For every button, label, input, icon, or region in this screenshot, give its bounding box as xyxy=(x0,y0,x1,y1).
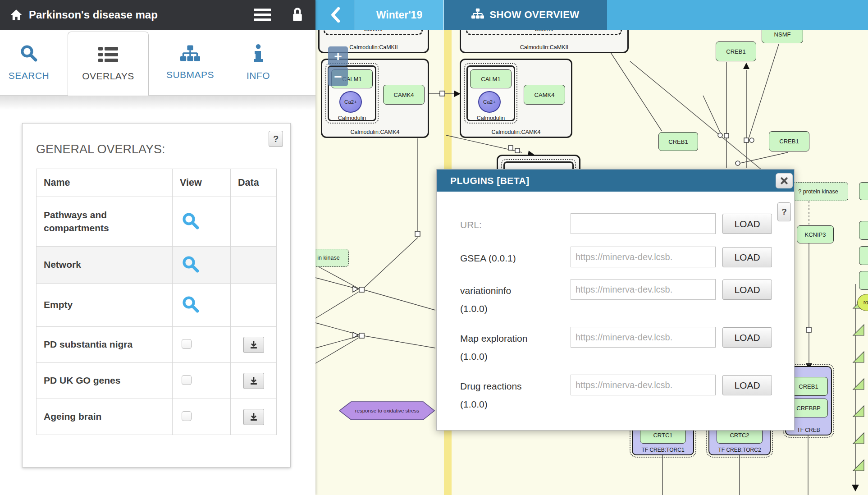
map-node-species[interactable] xyxy=(859,271,868,290)
column-header-name: Name xyxy=(37,169,173,197)
overlay-name: Network xyxy=(37,247,173,284)
back-button[interactable] xyxy=(315,0,355,30)
map-node-label: Calmodulin:CaMKII xyxy=(461,44,627,50)
column-header-data: Data xyxy=(231,169,277,197)
plugin-label: Map exploration(1.0.0) xyxy=(460,330,527,366)
map-node-creb1[interactable]: CREB1 xyxy=(789,377,828,396)
map-node-label: Calmodulin xyxy=(326,115,378,121)
map-node-ca2-[interactable]: Ca2+ xyxy=(478,91,501,113)
sidebar-tabs: SEARCHOVERLAYSSUBMAPSINFO xyxy=(0,30,315,96)
plugins-dialog-header[interactable]: PLUGINS [BETA] xyxy=(437,170,794,192)
tab-info[interactable]: INFO xyxy=(229,30,288,96)
list-icon xyxy=(98,46,118,64)
map-node-camk4[interactable]: CAMK4 xyxy=(383,85,425,105)
plugin-row: Map exploration(1.0.0)LOAD xyxy=(437,327,794,348)
plugin-url-input[interactable] xyxy=(571,247,716,267)
map-node-creb1[interactable]: CREB1 xyxy=(658,132,698,151)
sitemap-icon xyxy=(471,8,484,22)
application-window: Calmodulin:CaMKIICaMKIICalmodulin:CaMKII… xyxy=(0,0,868,495)
map-node-creb1[interactable]: CREB1 xyxy=(716,41,756,61)
overlay-name: PD UK GO genes xyxy=(37,363,173,399)
download-icon xyxy=(249,412,258,422)
download-overlay-button[interactable] xyxy=(243,337,264,353)
plugin-url-input[interactable] xyxy=(571,327,716,348)
overlay-row: Pathways and compartments xyxy=(37,197,277,247)
sidebar-header: Parkinson's disease map xyxy=(0,0,315,30)
overlay-row: Network xyxy=(37,247,277,284)
plugin-url-input[interactable] xyxy=(571,213,716,234)
download-overlay-button[interactable] xyxy=(243,409,264,425)
overlay-visibility-checkbox[interactable] xyxy=(182,339,192,349)
tabs-shadow xyxy=(0,96,315,110)
tab-label: SEARCH xyxy=(9,70,50,81)
map-node-calm1[interactable]: CALM1 xyxy=(470,69,512,88)
zoom-out-button[interactable]: − xyxy=(328,67,348,86)
map-node-label: response to oxidative stress xyxy=(355,408,420,413)
plugins-dialog-title: PLUGINS [BETA] xyxy=(450,175,530,186)
map-node-creb1[interactable]: CREB1 xyxy=(769,131,809,151)
map-node-label: TF CREB:TORC1 xyxy=(633,447,693,453)
map-node-kcnip3[interactable]: KCNIP3 xyxy=(797,225,834,243)
overlays-help-button[interactable]: ? xyxy=(269,131,283,147)
tab-label: INFO xyxy=(247,70,270,81)
map-node--protein-kinase[interactable]: ? protein kinase xyxy=(788,182,848,201)
plugin-label: variationinfo(1.0.0) xyxy=(460,282,511,318)
overlays-heading: GENERAL OVERLAYS: xyxy=(36,142,165,156)
map-node-species[interactable] xyxy=(859,182,868,200)
home-icon[interactable] xyxy=(10,9,23,21)
map-node-label: Calmodulin xyxy=(465,115,516,121)
load-plugin-button[interactable]: LOAD xyxy=(722,214,772,234)
chevron-left-icon xyxy=(329,7,341,23)
map-node-crebbp[interactable]: CREBBP xyxy=(789,399,828,417)
map-node-ca2-[interactable]: Ca2+ xyxy=(339,91,362,113)
load-plugin-button[interactable]: LOAD xyxy=(722,280,772,300)
tab-search[interactable]: SEARCH xyxy=(0,30,58,96)
download-icon xyxy=(249,340,258,349)
view-overlay-icon[interactable] xyxy=(182,255,200,273)
load-plugin-button[interactable]: LOAD xyxy=(722,327,772,348)
info-icon xyxy=(254,44,263,64)
show-overview-button[interactable]: SHOW OVERVIEW xyxy=(444,0,607,30)
download-icon xyxy=(249,376,258,385)
tab-submaps[interactable]: SUBMAPS xyxy=(161,30,219,96)
overlay-name: Empty xyxy=(37,284,173,327)
map-node-camk4[interactable]: CAMK4 xyxy=(524,85,565,105)
zoom-in-button[interactable]: + xyxy=(328,46,348,66)
view-overlay-icon[interactable] xyxy=(182,212,200,230)
plugin-row: variationinfo(1.0.0)LOAD xyxy=(437,279,794,300)
lock-icon[interactable] xyxy=(289,6,306,24)
plugin-url-input[interactable] xyxy=(571,375,716,395)
overlay-visibility-checkbox[interactable] xyxy=(182,411,192,421)
plugin-label: GSEA (0.0.1) xyxy=(460,249,516,267)
tab-label: OVERLAYS xyxy=(82,71,134,82)
menu-icon[interactable] xyxy=(254,6,273,23)
plugin-url-input[interactable] xyxy=(571,279,716,300)
overlay-row: Empty xyxy=(37,284,277,327)
project-tab-winter19[interactable]: Winter'19 xyxy=(355,0,444,30)
map-node-response-to-oxidative-stress[interactable]: response to oxidative stress xyxy=(339,401,435,420)
overlay-visibility-checkbox[interactable] xyxy=(182,375,192,385)
close-icon[interactable] xyxy=(776,173,793,188)
left-sidebar: Parkinson's disease map SEARCHOVERLAYSSU… xyxy=(0,0,315,495)
map-node-label: TF CREB:TORC2 xyxy=(709,447,770,453)
column-header-view: View xyxy=(173,169,231,197)
map-node-species[interactable] xyxy=(859,246,868,265)
plugin-row: URL:LOAD xyxy=(437,213,794,234)
plugin-row: GSEA (0.0.1)LOAD xyxy=(437,247,794,267)
map-toolbar: Winter'19 SHOW OVERVIEW xyxy=(315,0,868,30)
page-title: Parkinson's disease map xyxy=(29,9,158,21)
load-plugin-button[interactable]: LOAD xyxy=(722,375,772,395)
view-overlay-icon[interactable] xyxy=(182,295,200,313)
tab-label: SUBMAPS xyxy=(166,69,214,80)
plugins-dialog: PLUGINS [BETA] ? URL:LOADGSEA (0.0.1)LOA… xyxy=(436,169,795,431)
overlays-table: NameViewData Pathways and compartmentsNe… xyxy=(36,169,277,435)
load-plugin-button[interactable]: LOAD xyxy=(722,247,772,267)
show-overview-label: SHOW OVERVIEW xyxy=(489,9,579,21)
plugin-label: URL: xyxy=(460,216,482,234)
map-zoom-control: + − xyxy=(328,46,348,87)
overlay-row: PD UK GO genes xyxy=(37,363,277,399)
tab-overlays[interactable]: OVERLAYS xyxy=(68,32,149,96)
overlay-name: Ageing brain xyxy=(37,399,173,435)
map-node-species[interactable] xyxy=(859,221,868,240)
download-overlay-button[interactable] xyxy=(243,373,264,389)
